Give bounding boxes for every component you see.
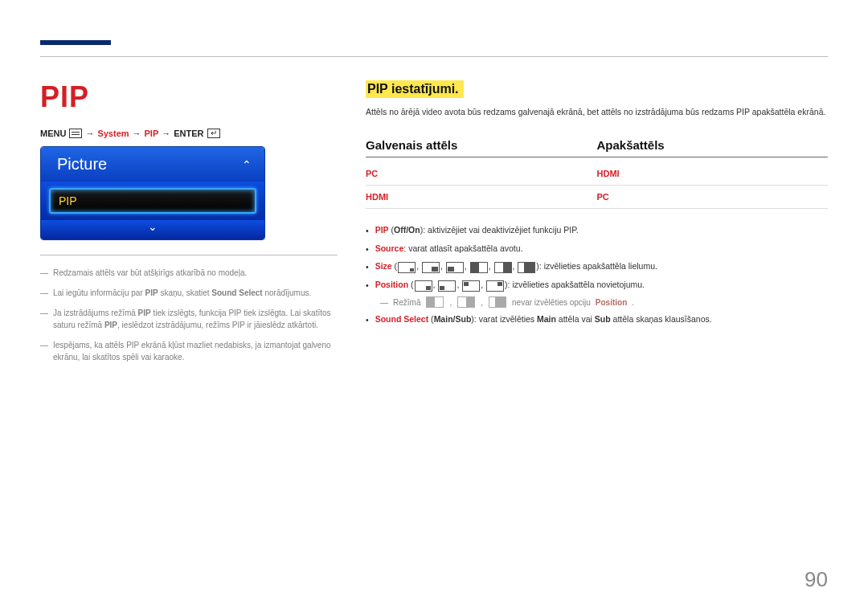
size-option-icon — [470, 262, 488, 273]
table-row: HDMI PC — [366, 186, 828, 209]
dash-icon: ― — [40, 267, 48, 279]
note-line: ― Ja izstrādājums režīmā PIP tiek izslēg… — [40, 307, 338, 331]
note-line: ― Redzamais attēls var būt atšķirīgs atk… — [40, 267, 338, 279]
size-option-icon — [422, 262, 440, 273]
arrow-icon: → — [85, 129, 94, 138]
chevron-up-icon[interactable]: ⌃ — [242, 158, 252, 171]
arrow-icon: → — [162, 129, 170, 138]
bullet-source: • Source: varat atlasīt apakšattēla avot… — [366, 242, 828, 257]
bullet-icon: • — [366, 260, 369, 275]
bullet-icon: • — [366, 242, 369, 257]
bullet-icon: • — [366, 278, 369, 293]
path-system: System — [97, 129, 129, 138]
size-mode-icon — [457, 296, 475, 308]
osd-body: PIP — [41, 182, 264, 223]
header-divider — [40, 56, 828, 57]
cell-main: HDMI — [366, 192, 597, 202]
size-option-icon — [518, 262, 535, 273]
osd-header: Picture ⌃ — [41, 147, 264, 182]
note-text: Ja izstrādājums režīmā PIP tiek izslēgts… — [53, 307, 338, 331]
dash-icon: ― — [40, 307, 48, 331]
note-text: Redzamais attēls var būt atšķirīgs atkar… — [53, 267, 247, 279]
cell-sub: HDMI — [597, 169, 829, 178]
size-option-icon — [446, 262, 464, 273]
page-number: 90 — [805, 567, 828, 592]
position-subnote: ― Režīmā , , nevar izvēlēties opciju Pos… — [380, 296, 828, 308]
menu-path: MENU → System → PIP → ENTER — [40, 129, 338, 138]
path-pip: PIP — [145, 129, 159, 138]
cell-main: PC — [366, 169, 597, 178]
enter-label: ENTER — [174, 129, 203, 138]
bullet-size: • Size (, , , , , ): izvēlieties apakšat… — [366, 260, 828, 275]
note-text: Iespējams, ka attēls PIP ekrānā kļūst ma… — [53, 339, 338, 363]
dash-icon: ― — [40, 339, 48, 363]
table-header-row: Galvenais attēls Apakšattēls — [366, 138, 828, 157]
size-option-icon — [494, 262, 512, 273]
position-option-icon — [438, 280, 456, 292]
bullet-list: • PIP (Off/On): aktivizējiet vai deaktiv… — [366, 223, 828, 328]
osd-footer: ⌄ — [41, 220, 264, 239]
bullet-icon: • — [366, 223, 369, 239]
enter-icon — [207, 129, 220, 138]
menu-label: MENU — [40, 129, 66, 138]
left-column: PIP MENU → System → PIP → ENTER Picture … — [40, 80, 338, 371]
notes-divider — [40, 255, 338, 255]
size-option-icon — [398, 262, 416, 273]
col-sub-image: Apakšattēls — [597, 138, 829, 152]
dash-icon: ― — [40, 287, 48, 299]
note-text: Lai iegūtu informāciju par PIP skaņu, sk… — [53, 287, 311, 299]
note-line: ― Iespējams, ka attēls PIP ekrānā kļūst … — [40, 339, 338, 363]
right-column: PIP iestatījumi. Attēls no ārējā video a… — [366, 80, 828, 331]
osd-menu-item-pip[interactable]: PIP — [49, 188, 256, 214]
section-title: PIP iestatījumi. — [366, 80, 464, 98]
size-mode-icon — [489, 296, 506, 308]
position-option-icon — [462, 280, 480, 292]
page-title: PIP — [40, 80, 338, 114]
position-option-icon — [415, 280, 432, 292]
intro-text: Attēls no ārējā video avota būs redzams … — [366, 106, 828, 119]
header-accent-bar — [40, 40, 111, 45]
bullet-sound-select: • Sound Select (Main/Sub): varat izvēlēt… — [366, 313, 828, 328]
menu-icon — [69, 129, 82, 138]
bullet-pip: • PIP (Off/On): aktivizējiet vai deaktiv… — [366, 223, 828, 239]
dash-icon: ― — [380, 298, 388, 307]
chevron-down-icon[interactable]: ⌄ — [148, 220, 158, 233]
cell-sub: PC — [597, 192, 829, 202]
position-option-icon — [486, 280, 504, 292]
col-main-image: Galvenais attēls — [366, 138, 597, 152]
note-line: ― Lai iegūtu informāciju par PIP skaņu, … — [40, 287, 338, 299]
osd-title: Picture — [57, 155, 107, 174]
size-mode-icon — [426, 296, 444, 308]
table-row: PC HDMI — [366, 162, 828, 186]
bullet-position: • Position (, , , ): izvēlieties apakšat… — [366, 278, 828, 293]
bullet-icon: • — [366, 313, 369, 328]
arrow-icon: → — [133, 129, 141, 138]
osd-panel: Picture ⌃ PIP ⌄ — [40, 146, 265, 240]
